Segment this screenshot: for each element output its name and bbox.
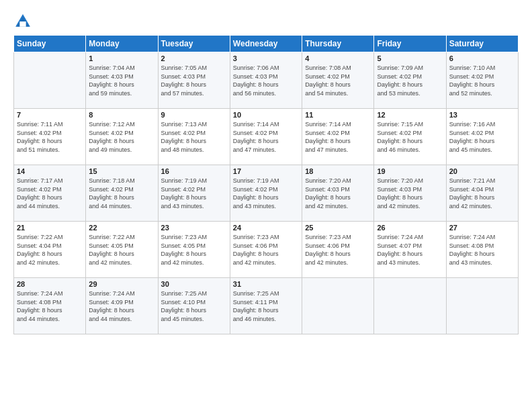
calendar-cell: 3Sunrise: 7:06 AM Sunset: 4:03 PM Daylig…: [230, 52, 302, 109]
calendar-cell: 2Sunrise: 7:05 AM Sunset: 4:03 PM Daylig…: [158, 52, 230, 109]
calendar-cell: 21Sunrise: 7:22 AM Sunset: 4:04 PM Dayli…: [14, 222, 86, 278]
header: [13, 12, 519, 31]
day-info: Sunrise: 7:15 AM Sunset: 4:02 PM Dayligh…: [377, 120, 443, 154]
day-info: Sunrise: 7:16 AM Sunset: 4:02 PM Dayligh…: [449, 120, 515, 154]
day-info: Sunrise: 7:13 AM Sunset: 4:02 PM Dayligh…: [161, 120, 227, 154]
calendar-cell: 15Sunrise: 7:18 AM Sunset: 4:02 PM Dayli…: [86, 165, 158, 222]
day-info: Sunrise: 7:11 AM Sunset: 4:02 PM Dayligh…: [17, 120, 83, 154]
day-info: Sunrise: 7:25 AM Sunset: 4:10 PM Dayligh…: [161, 289, 227, 323]
weekday-header-friday: Friday: [374, 36, 446, 52]
day-number: 18: [305, 167, 371, 175]
day-info: Sunrise: 7:24 AM Sunset: 4:08 PM Dayligh…: [17, 289, 83, 323]
day-number: 14: [17, 167, 83, 175]
day-number: 19: [377, 167, 443, 175]
day-number: 17: [233, 167, 299, 175]
day-number: 28: [17, 280, 83, 288]
day-info: Sunrise: 7:04 AM Sunset: 4:03 PM Dayligh…: [89, 64, 154, 97]
day-info: Sunrise: 7:14 AM Sunset: 4:02 PM Dayligh…: [233, 120, 299, 154]
day-info: Sunrise: 7:06 AM Sunset: 4:03 PM Dayligh…: [233, 64, 299, 97]
day-number: 16: [161, 167, 227, 175]
day-number: 10: [233, 111, 299, 119]
calendar-cell: 19Sunrise: 7:20 AM Sunset: 4:03 PM Dayli…: [374, 165, 446, 222]
day-info: Sunrise: 7:22 AM Sunset: 4:04 PM Dayligh…: [17, 233, 83, 267]
weekday-header-wednesday: Wednesday: [230, 36, 302, 52]
calendar-cell: 30Sunrise: 7:25 AM Sunset: 4:10 PM Dayli…: [158, 278, 230, 334]
calendar-cell: 11Sunrise: 7:14 AM Sunset: 4:02 PM Dayli…: [302, 109, 374, 165]
calendar-cell: [14, 52, 86, 109]
day-info: Sunrise: 7:23 AM Sunset: 4:06 PM Dayligh…: [305, 233, 371, 267]
day-info: Sunrise: 7:25 AM Sunset: 4:11 PM Dayligh…: [233, 289, 299, 323]
day-info: Sunrise: 7:20 AM Sunset: 4:03 PM Dayligh…: [305, 177, 371, 210]
day-info: Sunrise: 7:05 AM Sunset: 4:03 PM Dayligh…: [161, 64, 227, 97]
day-number: 31: [233, 280, 299, 288]
calendar-cell: 10Sunrise: 7:14 AM Sunset: 4:02 PM Dayli…: [230, 109, 302, 165]
day-info: Sunrise: 7:19 AM Sunset: 4:02 PM Dayligh…: [161, 177, 227, 210]
weekday-header-tuesday: Tuesday: [158, 36, 230, 52]
calendar-body: 1Sunrise: 7:04 AM Sunset: 4:03 PM Daylig…: [14, 52, 519, 334]
day-number: 24: [233, 224, 299, 232]
calendar-cell: 20Sunrise: 7:21 AM Sunset: 4:04 PM Dayli…: [446, 165, 518, 222]
calendar-cell: [374, 278, 446, 334]
day-info: Sunrise: 7:09 AM Sunset: 4:02 PM Dayligh…: [377, 64, 443, 97]
day-number: 11: [305, 111, 371, 119]
day-number: 30: [161, 280, 227, 288]
weekday-header-thursday: Thursday: [302, 36, 374, 52]
logo: [13, 12, 35, 31]
day-number: 20: [449, 167, 515, 175]
calendar-cell: 9Sunrise: 7:13 AM Sunset: 4:02 PM Daylig…: [158, 109, 230, 165]
day-number: 3: [233, 54, 299, 62]
calendar-cell: 12Sunrise: 7:15 AM Sunset: 4:02 PM Dayli…: [374, 109, 446, 165]
calendar-week-3: 14Sunrise: 7:17 AM Sunset: 4:02 PM Dayli…: [14, 165, 519, 222]
day-number: 2: [161, 54, 227, 62]
weekday-header-sunday: Sunday: [14, 36, 86, 52]
calendar-cell: [302, 278, 374, 334]
calendar-cell: 7Sunrise: 7:11 AM Sunset: 4:02 PM Daylig…: [14, 109, 86, 165]
day-info: Sunrise: 7:17 AM Sunset: 4:02 PM Dayligh…: [17, 177, 83, 210]
day-info: Sunrise: 7:22 AM Sunset: 4:05 PM Dayligh…: [89, 233, 154, 267]
calendar-cell: 18Sunrise: 7:20 AM Sunset: 4:03 PM Dayli…: [302, 165, 374, 222]
calendar-cell: 14Sunrise: 7:17 AM Sunset: 4:02 PM Dayli…: [14, 165, 86, 222]
day-info: Sunrise: 7:24 AM Sunset: 4:09 PM Dayligh…: [89, 289, 154, 323]
calendar-cell: 25Sunrise: 7:23 AM Sunset: 4:06 PM Dayli…: [302, 222, 374, 278]
weekday-header-monday: Monday: [86, 36, 158, 52]
calendar-header: SundayMondayTuesdayWednesdayThursdayFrid…: [14, 36, 519, 52]
day-info: Sunrise: 7:23 AM Sunset: 4:05 PM Dayligh…: [161, 233, 227, 267]
calendar-cell: 31Sunrise: 7:25 AM Sunset: 4:11 PM Dayli…: [230, 278, 302, 334]
day-info: Sunrise: 7:19 AM Sunset: 4:02 PM Dayligh…: [233, 177, 299, 210]
calendar-week-1: 1Sunrise: 7:04 AM Sunset: 4:03 PM Daylig…: [14, 52, 519, 109]
day-info: Sunrise: 7:24 AM Sunset: 4:08 PM Dayligh…: [449, 233, 515, 267]
day-number: 12: [377, 111, 443, 119]
logo-icon: [13, 12, 32, 31]
day-number: 25: [305, 224, 371, 232]
calendar-cell: 5Sunrise: 7:09 AM Sunset: 4:02 PM Daylig…: [374, 52, 446, 109]
calendar-cell: 29Sunrise: 7:24 AM Sunset: 4:09 PM Dayli…: [86, 278, 158, 334]
calendar-cell: 22Sunrise: 7:22 AM Sunset: 4:05 PM Dayli…: [86, 222, 158, 278]
day-number: 29: [89, 280, 154, 288]
day-number: 1: [89, 54, 154, 62]
calendar-cell: 16Sunrise: 7:19 AM Sunset: 4:02 PM Dayli…: [158, 165, 230, 222]
calendar-week-2: 7Sunrise: 7:11 AM Sunset: 4:02 PM Daylig…: [14, 109, 519, 165]
day-number: 15: [89, 167, 154, 175]
calendar-cell: 24Sunrise: 7:23 AM Sunset: 4:06 PM Dayli…: [230, 222, 302, 278]
day-info: Sunrise: 7:10 AM Sunset: 4:02 PM Dayligh…: [449, 64, 515, 97]
day-number: 9: [161, 111, 227, 119]
day-info: Sunrise: 7:12 AM Sunset: 4:02 PM Dayligh…: [89, 120, 154, 154]
day-info: Sunrise: 7:24 AM Sunset: 4:07 PM Dayligh…: [377, 233, 443, 267]
day-number: 8: [89, 111, 154, 119]
day-info: Sunrise: 7:23 AM Sunset: 4:06 PM Dayligh…: [233, 233, 299, 267]
calendar-table: SundayMondayTuesdayWednesdayThursdayFrid…: [13, 35, 519, 334]
calendar-cell: 13Sunrise: 7:16 AM Sunset: 4:02 PM Dayli…: [446, 109, 518, 165]
day-number: 23: [161, 224, 227, 232]
day-number: 22: [89, 224, 154, 232]
day-number: 4: [305, 54, 371, 62]
day-number: 5: [377, 54, 443, 62]
day-info: Sunrise: 7:18 AM Sunset: 4:02 PM Dayligh…: [89, 177, 154, 210]
weekday-header-row: SundayMondayTuesdayWednesdayThursdayFrid…: [14, 36, 519, 52]
calendar-week-5: 28Sunrise: 7:24 AM Sunset: 4:08 PM Dayli…: [14, 278, 519, 334]
calendar-cell: [446, 278, 518, 334]
day-number: 6: [449, 54, 515, 62]
page: SundayMondayTuesdayWednesdayThursdayFrid…: [0, 0, 532, 411]
calendar-cell: 27Sunrise: 7:24 AM Sunset: 4:08 PM Dayli…: [446, 222, 518, 278]
day-number: 21: [17, 224, 83, 232]
day-number: 13: [449, 111, 515, 119]
